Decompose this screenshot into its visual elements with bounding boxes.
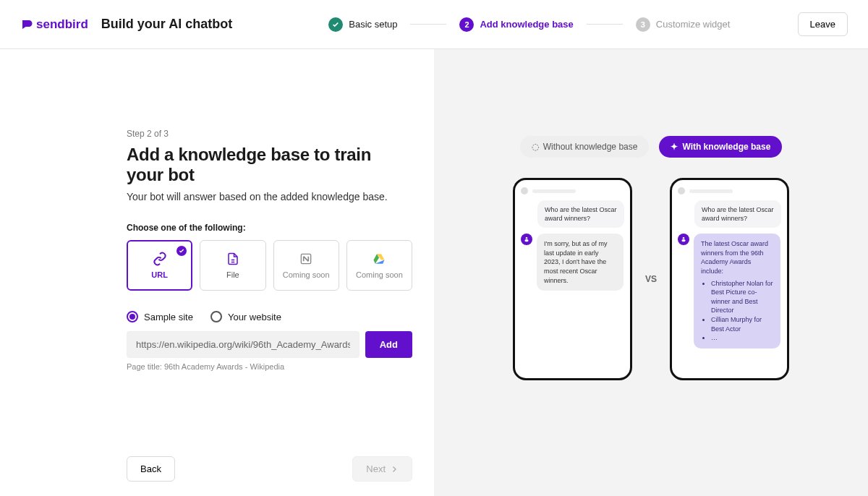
svg-rect-7 bbox=[524, 239, 528, 241]
step-customize-widget[interactable]: 3 Customize widget bbox=[636, 17, 731, 32]
source-cards: URL File Coming soon Coming soon bbox=[127, 240, 412, 291]
radio-dot-icon bbox=[210, 311, 222, 322]
header: sendbird Build your AI chatbot Basic set… bbox=[0, 0, 868, 49]
card-google-drive: Coming soon bbox=[346, 240, 412, 291]
next-button[interactable]: Next bbox=[352, 456, 412, 482]
phone-with-kb: Who are the latest Oscar award winners? … bbox=[670, 178, 789, 380]
card-notion: Coming soon bbox=[273, 240, 339, 291]
link-icon bbox=[153, 252, 167, 266]
radio-your-website[interactable]: Your website bbox=[210, 311, 281, 322]
page-title-hint: Page title: 96th Academy Awards - Wikipe… bbox=[127, 362, 412, 371]
main-heading: Add a knowledge base to train your bot bbox=[127, 145, 412, 185]
file-icon bbox=[226, 252, 240, 266]
user-question: Who are the latest Oscar award winners? bbox=[694, 200, 781, 228]
subheading: Your bot will answer based on the added … bbox=[127, 191, 412, 202]
phone-without-kb: Who are the latest Oscar award winners? … bbox=[513, 178, 632, 380]
selected-check-icon bbox=[176, 246, 187, 256]
sendbird-icon bbox=[20, 18, 33, 31]
url-input[interactable] bbox=[127, 331, 359, 358]
step-counter: Step 2 of 3 bbox=[127, 129, 412, 139]
svg-point-8 bbox=[683, 237, 685, 239]
svg-rect-9 bbox=[682, 239, 686, 241]
svg-point-6 bbox=[526, 237, 528, 239]
add-button[interactable]: Add bbox=[365, 331, 412, 358]
bot-avatar-icon bbox=[678, 234, 689, 245]
notion-icon bbox=[299, 252, 313, 266]
radio-dot-icon bbox=[127, 311, 138, 322]
card-file[interactable]: File bbox=[200, 240, 265, 291]
form-panel: Step 2 of 3 Add a knowledge base to trai… bbox=[0, 49, 434, 496]
bot-avatar-icon bbox=[521, 234, 532, 245]
url-source-radios: Sample site Your website bbox=[127, 311, 412, 322]
chevron-right-icon bbox=[390, 465, 399, 474]
back-button[interactable]: Back bbox=[127, 456, 175, 482]
card-url[interactable]: URL bbox=[127, 240, 192, 291]
logo-block: sendbird Build your AI chatbot bbox=[20, 17, 232, 32]
choose-label: Choose one of the following: bbox=[127, 223, 412, 233]
loading-icon: ◌ bbox=[532, 142, 539, 152]
google-drive-icon bbox=[372, 252, 386, 266]
step-add-knowledge-base[interactable]: 2 Add knowledge base bbox=[459, 17, 573, 32]
vs-label: VS bbox=[645, 274, 657, 284]
page-title: Build your AI chatbot bbox=[101, 17, 232, 32]
pill-with-kb[interactable]: ✦ With knowledge base bbox=[659, 136, 782, 158]
stepper: Basic setup 2 Add knowledge base 3 Custo… bbox=[299, 17, 730, 32]
bot-answer-plain: I'm sorry, but as of my last update in e… bbox=[537, 234, 624, 291]
preview-panel: ◌ Without knowledge base ✦ With knowledg… bbox=[434, 49, 868, 496]
user-question: Who are the latest Oscar award winners? bbox=[537, 200, 624, 228]
check-icon bbox=[332, 21, 339, 28]
sparkle-icon: ✦ bbox=[671, 142, 678, 152]
pill-without-kb[interactable]: ◌ Without knowledge base bbox=[520, 136, 650, 158]
brand-text: sendbird bbox=[36, 17, 88, 32]
bot-answer-kb: The latest Oscar award winners from the … bbox=[694, 234, 780, 349]
sendbird-logo: sendbird bbox=[20, 17, 88, 32]
radio-sample-site[interactable]: Sample site bbox=[127, 311, 193, 322]
leave-button[interactable]: Leave bbox=[798, 12, 848, 36]
step-basic-setup[interactable]: Basic setup bbox=[328, 17, 397, 32]
